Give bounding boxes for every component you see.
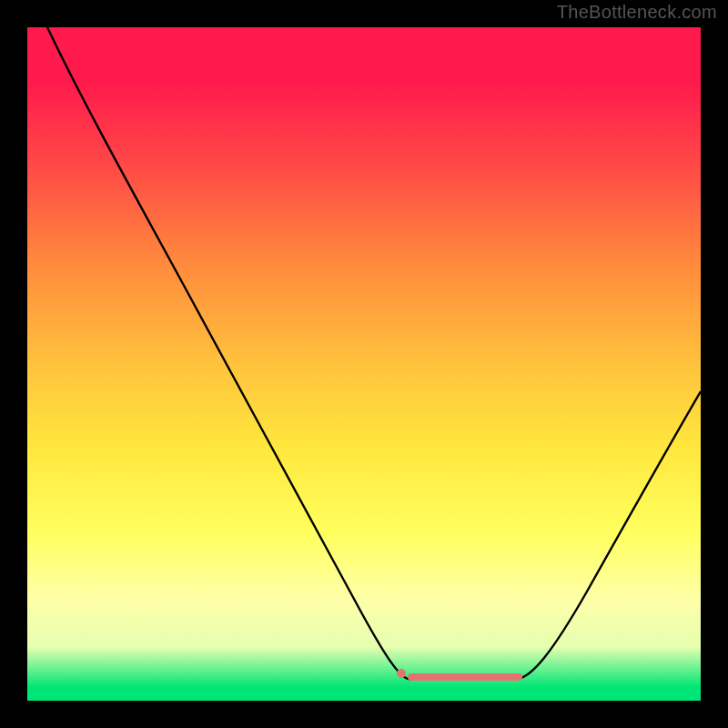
plot-area xyxy=(27,27,701,701)
watermark-text: TheBottleneck.com xyxy=(557,2,717,23)
chart-container: TheBottleneck.com xyxy=(0,0,728,728)
curve-path xyxy=(47,27,701,679)
curve-svg xyxy=(27,27,701,701)
marker-dot xyxy=(397,669,406,678)
flat-minimum-bar xyxy=(408,673,522,681)
